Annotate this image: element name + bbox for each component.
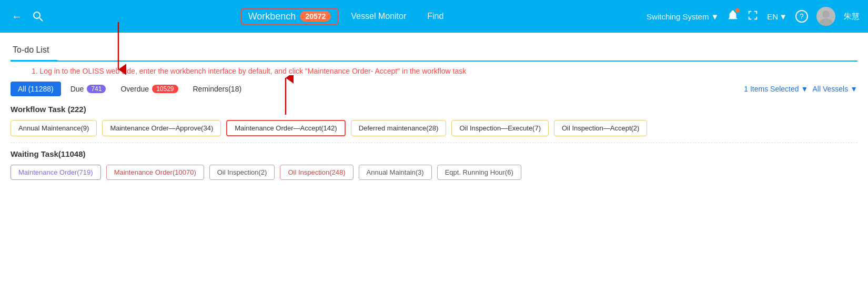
tag-waiting-eqpt-running-hour[interactable]: Eqpt. Running Hour(6) [437,165,521,180]
tag-maintenance-order-accept[interactable]: Maintenance Order—Accept(142) [226,120,345,136]
tag-oil-inspection-accept[interactable]: Oil Inspection—Accept(2) [554,120,647,136]
tag-maintenance-order-approve[interactable]: Maintenance Order—Approve(34) [102,120,221,136]
tag-waiting-oil-inspection-2[interactable]: Oil Inspection(248) [280,165,353,180]
tab-todo-list[interactable]: To-do List [11,41,57,62]
instruction-row: 1. Log in to the OLISS web side, enter t… [11,67,857,75]
chevron-down-icon: ▼ [711,12,719,21]
tag-deferred-maintenance[interactable]: Deferred maintenance(28) [351,120,447,136]
find-nav-item[interactable]: Find [419,9,452,23]
svg-line-1 [39,18,43,21]
items-selected-chevron-icon: ▼ [801,85,809,93]
user-avatar[interactable] [816,7,835,26]
svg-point-0 [34,12,40,18]
tag-waiting-oil-inspection-1[interactable]: Oil Inspection(2) [209,165,275,180]
tag-maintenance-order-accept-wrapper: Maintenance Order—Accept(142) [226,120,345,136]
notification-dot [735,8,740,13]
switching-system-button[interactable]: Switching System ▼ [647,12,719,21]
main-content: To-do List 1. Log in to the OLISS web si… [0,33,868,292]
workflow-section-title: Workflow Task (222) [11,105,857,114]
filter-overdue-button[interactable]: Overdue 10529 [115,82,183,96]
notifications-button[interactable] [727,9,739,24]
tag-oil-inspection-execute[interactable]: Oil Inspection—Execute(7) [451,120,549,136]
section-divider [11,143,857,143]
search-button[interactable] [29,8,46,25]
filter-left: All (11288) Due 741 Overdue 10529 Remind… [11,82,247,96]
tag-waiting-maintenance-order-1[interactable]: Maintenance Order(719) [11,165,101,180]
svg-point-3 [820,18,832,26]
waiting-section-title: Waiting Task(11048) [11,149,857,158]
filter-reminders-button[interactable]: Reminders(18) [188,82,247,96]
filter-bar: All (11288) Due 741 Overdue 10529 Remind… [11,82,857,96]
tag-annual-maintenance[interactable]: Annual Maintenance(9) [11,120,97,136]
filter-right: 1 Items Selected ▼ All Vessels ▼ [744,85,857,93]
nav-right-section: Switching System ▼ EN ▼ ? [647,7,860,26]
filter-due-button[interactable]: Due 741 [65,82,112,96]
overdue-count-badge: 10529 [152,85,178,93]
username-label: 朱慧 [844,12,860,22]
lang-chevron-icon: ▼ [779,12,787,21]
svg-point-2 [822,11,830,18]
top-nav: ← Workbench 20572 Vessel Monitor Find Sw… [0,0,868,33]
language-selector[interactable]: EN ▼ [767,12,787,21]
tab-header: To-do List [11,41,857,62]
waiting-tags-row: Maintenance Order(719) Maintenance Order… [11,165,857,180]
back-button[interactable]: ← [8,8,25,25]
instruction-text: 1. Log in to the OLISS web side, enter t… [32,67,466,75]
all-vessels-chevron-icon: ▼ [850,85,857,93]
fullscreen-button[interactable] [747,9,759,24]
tag-waiting-maintenance-order-2[interactable]: Maintenance Order(10070) [106,165,204,180]
help-button[interactable]: ? [795,10,808,23]
vessel-monitor-nav-item[interactable]: Vessel Monitor [342,9,415,23]
workbench-label: Workbench [248,11,296,22]
due-count-badge: 741 [87,85,106,93]
workflow-tags-row: Annual Maintenance(9) Maintenance Order—… [11,120,857,136]
tag-waiting-annual-maintain[interactable]: Annual Maintain(3) [359,165,432,180]
all-vessels-dropdown[interactable]: All Vessels ▼ [812,85,857,93]
workbench-nav-item[interactable]: Workbench 20572 [241,8,339,25]
filter-all-button[interactable]: All (11288) [11,82,61,96]
items-selected-dropdown[interactable]: 1 Items Selected ▼ [744,85,808,93]
workbench-count-badge: 20572 [300,11,331,22]
